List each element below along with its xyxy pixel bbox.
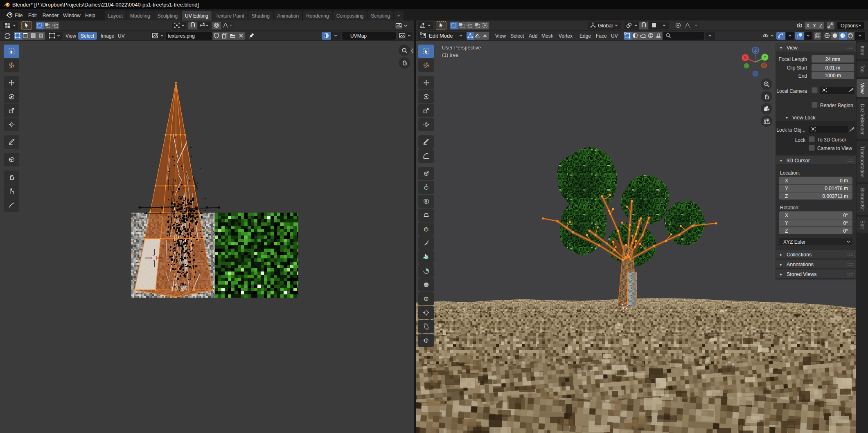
svg-text:X: X [744,56,747,60]
svg-text:Z: Z [754,48,757,53]
svg-text:Y: Y [764,55,767,60]
